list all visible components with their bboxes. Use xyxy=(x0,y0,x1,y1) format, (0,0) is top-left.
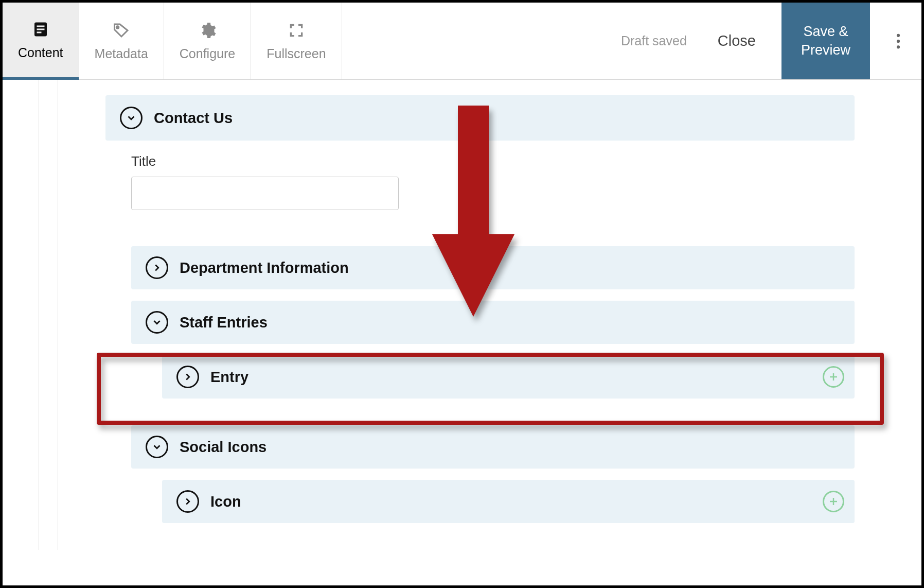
chevron-down-icon xyxy=(151,317,163,328)
tab-label: Fullscreen xyxy=(266,46,326,61)
tab-metadata[interactable]: Metadata xyxy=(79,3,164,79)
collapse-toggle[interactable] xyxy=(146,436,168,458)
title-input[interactable] xyxy=(131,177,399,210)
plus-icon xyxy=(827,495,840,508)
section-title: Social Icons xyxy=(180,439,266,456)
section-title: Icon xyxy=(210,493,241,510)
chevron-right-icon xyxy=(182,371,193,383)
section-department-information[interactable]: Department Information xyxy=(131,246,855,289)
close-button[interactable]: Close xyxy=(707,32,766,49)
svg-point-6 xyxy=(897,39,900,42)
gear-icon xyxy=(198,21,217,40)
section-title: Department Information xyxy=(180,260,349,276)
plus-icon xyxy=(827,371,840,383)
section-icon[interactable]: Icon xyxy=(162,480,855,523)
svg-rect-2 xyxy=(37,29,44,30)
save-preview-button[interactable]: Save & Preview xyxy=(781,3,870,79)
chevron-right-icon xyxy=(182,496,193,507)
expand-toggle[interactable] xyxy=(176,490,199,513)
field-label: Title xyxy=(131,153,855,169)
section-title: Entry xyxy=(210,369,248,386)
tab-configure[interactable]: Configure xyxy=(164,3,251,79)
fullscreen-icon xyxy=(287,21,306,40)
collapse-toggle[interactable] xyxy=(120,107,143,129)
field-title: Title xyxy=(131,153,855,210)
toolbar-actions: Draft saved Close Save & Preview xyxy=(621,3,921,79)
content-icon xyxy=(31,20,50,39)
toolbar-tabs: Content Metadata Configure Fullscreen xyxy=(3,3,342,79)
svg-rect-1 xyxy=(37,26,44,27)
collapse-toggle[interactable] xyxy=(146,311,168,334)
tab-label: Configure xyxy=(180,46,235,61)
section-title: Staff Entries xyxy=(180,314,268,331)
tab-label: Content xyxy=(18,45,63,60)
expand-toggle[interactable] xyxy=(176,366,199,388)
tag-icon xyxy=(112,21,131,40)
content-editor: Contact Us Title Department Information … xyxy=(3,80,921,550)
svg-point-4 xyxy=(116,26,119,29)
kebab-icon xyxy=(896,33,900,49)
tree-guide-lines xyxy=(39,80,58,550)
chevron-down-icon xyxy=(126,112,137,124)
draft-status: Draft saved xyxy=(621,33,687,48)
svg-point-5 xyxy=(897,33,900,37)
svg-point-7 xyxy=(897,45,900,48)
svg-rect-3 xyxy=(37,32,41,33)
add-entry-button[interactable] xyxy=(823,366,844,388)
add-icon-button[interactable] xyxy=(823,491,844,512)
more-menu-button[interactable] xyxy=(885,3,911,79)
section-entry[interactable]: Entry xyxy=(162,355,855,399)
chevron-down-icon xyxy=(151,441,163,453)
tab-fullscreen[interactable]: Fullscreen xyxy=(251,3,342,79)
tab-content[interactable]: Content xyxy=(3,3,79,80)
tab-label: Metadata xyxy=(95,46,148,61)
section-staff-entries[interactable]: Staff Entries xyxy=(131,301,855,344)
section-social-icons[interactable]: Social Icons xyxy=(131,425,855,469)
chevron-right-icon xyxy=(151,262,163,273)
expand-toggle[interactable] xyxy=(146,256,168,279)
editor-toolbar: Content Metadata Configure Fullscreen Dr… xyxy=(3,3,921,80)
section-title: Contact Us xyxy=(154,110,233,127)
section-contact-us[interactable]: Contact Us xyxy=(105,95,855,141)
